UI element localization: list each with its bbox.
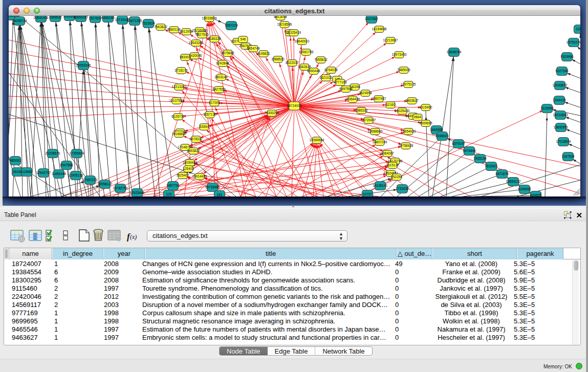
svg-text:3267130: 3267130 [203, 113, 216, 116]
svg-text:1493822: 1493822 [187, 149, 200, 152]
svg-text:24055724: 24055724 [12, 19, 27, 23]
svg-text:10807487: 10807487 [372, 97, 386, 100]
svg-text:2718176: 2718176 [175, 69, 188, 72]
svg-text:7563822: 7563822 [154, 25, 167, 29]
svg-text:7386322: 7386322 [355, 108, 368, 112]
svg-text:12975125: 12975125 [401, 82, 416, 86]
svg-text:10654122: 10654122 [506, 180, 521, 183]
svg-text:10025433: 10025433 [395, 109, 410, 113]
svg-text:9678332: 9678332 [189, 137, 203, 141]
svg-text:12093872: 12093872 [553, 83, 568, 87]
svg-text:16210643: 16210643 [553, 113, 568, 117]
svg-text:5675685: 5675685 [221, 51, 234, 55]
svg-text:9777169: 9777169 [334, 80, 347, 84]
svg-text:1362615: 1362615 [298, 65, 311, 69]
svg-text:1117: 1117 [576, 27, 580, 31]
svg-text:8322037: 8322037 [286, 61, 299, 64]
svg-text:9699695: 9699695 [419, 121, 432, 125]
svg-text:7515524: 7515524 [142, 21, 155, 25]
svg-text:1588520: 1588520 [271, 57, 285, 61]
svg-text:10961755: 10961755 [299, 50, 314, 54]
svg-text:546: 546 [241, 37, 246, 41]
svg-text:13654923: 13654923 [401, 129, 416, 133]
svg-text:19384554: 19384554 [310, 138, 324, 142]
svg-text:9827503: 9827503 [195, 33, 209, 36]
svg-text:123: 123 [166, 192, 172, 196]
svg-text:10737: 10737 [363, 192, 372, 196]
svg-text:1615132: 1615132 [386, 163, 399, 167]
svg-text:8427552: 8427552 [212, 87, 226, 91]
svg-text:18640910: 18640910 [295, 39, 310, 43]
svg-text:8186328: 8186328 [208, 37, 221, 40]
svg-text:1527602: 1527602 [89, 16, 102, 20]
svg-text:17359924: 17359924 [70, 151, 84, 155]
svg-text:983903: 983903 [180, 55, 191, 59]
svg-text:16914479: 16914479 [192, 174, 207, 178]
svg-text:6497568: 6497568 [339, 87, 353, 91]
svg-text:18807249: 18807249 [373, 140, 387, 144]
svg-text:3215958: 3215958 [540, 106, 554, 110]
svg-text:6794028: 6794028 [324, 68, 338, 72]
svg-text:3624554: 3624554 [359, 91, 372, 95]
svg-text:9084067: 9084067 [381, 151, 394, 155]
svg-text:12905135: 12905135 [69, 173, 83, 177]
svg-text:12923446: 12923446 [130, 191, 145, 194]
svg-text:9146821: 9146821 [257, 52, 270, 55]
svg-text:9457791: 9457791 [166, 184, 180, 187]
svg-text:417006: 417006 [209, 101, 220, 104]
svg-text:10958127: 10958127 [98, 182, 113, 186]
svg-text:2037662: 2037662 [365, 17, 378, 20]
svg-text:1244415: 1244415 [553, 98, 566, 102]
svg-text:8938923: 8938923 [435, 134, 449, 138]
svg-text:19166827: 19166827 [172, 132, 187, 136]
svg-text:7625402: 7625402 [176, 173, 189, 177]
svg-text:12213967: 12213967 [383, 38, 398, 42]
svg-text:11451944: 11451944 [52, 172, 67, 176]
svg-text:20756928: 20756928 [399, 144, 413, 147]
svg-text:8660124: 8660124 [167, 28, 181, 31]
svg-text:(x): (x) [130, 233, 137, 240]
svg-text:15720407: 15720407 [361, 118, 376, 122]
svg-text:16099489: 16099489 [183, 161, 198, 164]
svg-text:10688609: 10688609 [368, 129, 383, 133]
svg-text:20053346: 20053346 [76, 63, 91, 67]
svg-text:8454749: 8454749 [247, 47, 260, 50]
svg-text:10671355: 10671355 [127, 19, 142, 23]
svg-text:1621022: 1621022 [319, 76, 333, 79]
svg-text:9242848: 9242848 [216, 61, 229, 65]
svg-text:9844: 9844 [414, 115, 422, 119]
svg-text:14136141: 14136141 [373, 184, 388, 187]
svg-text:7955812: 7955812 [314, 58, 328, 61]
svg-text:16782759: 16782759 [113, 186, 128, 190]
svg-text:7632621: 7632621 [485, 164, 498, 168]
svg-text:6126731: 6126731 [171, 115, 185, 118]
svg-text:8990448: 8990448 [307, 69, 320, 73]
svg-text:6466160: 6466160 [101, 16, 115, 19]
svg-text:2935134: 2935134 [473, 157, 487, 160]
svg-text:20691406: 20691406 [34, 16, 49, 19]
svg-text:15751074: 15751074 [567, 40, 580, 44]
svg-text:2803144: 2803144 [214, 75, 228, 79]
svg-text:8471676: 8471676 [495, 172, 509, 176]
svg-text:9397588: 9397588 [60, 163, 73, 167]
svg-text:20364436: 20364436 [345, 97, 360, 101]
svg-text:9115460: 9115460 [420, 105, 432, 109]
svg-text:1065532: 1065532 [49, 16, 62, 19]
svg-text:9329966: 9329966 [560, 55, 574, 58]
svg-text:62160: 62160 [386, 103, 395, 106]
svg-text:1115682: 1115682 [20, 170, 33, 173]
svg-text:53594: 53594 [200, 125, 209, 128]
svg-text:17016504: 17016504 [556, 140, 571, 143]
svg-text:161: 161 [217, 193, 223, 196]
svg-text:10973493: 10973493 [392, 53, 407, 56]
svg-text:10543352: 10543352 [189, 41, 204, 45]
svg-text:15716485: 15716485 [205, 185, 220, 189]
svg-text:15692951: 15692951 [554, 125, 569, 129]
svg-text:252254: 252254 [391, 175, 402, 179]
svg-text:485061: 485061 [10, 159, 21, 162]
svg-text:1733426: 1733426 [396, 187, 409, 190]
svg-text:16154808: 16154808 [372, 27, 387, 31]
svg-text:9245052: 9245052 [518, 187, 531, 191]
svg-text:18724007: 18724007 [287, 104, 302, 107]
svg-text:10653287: 10653287 [74, 16, 89, 19]
